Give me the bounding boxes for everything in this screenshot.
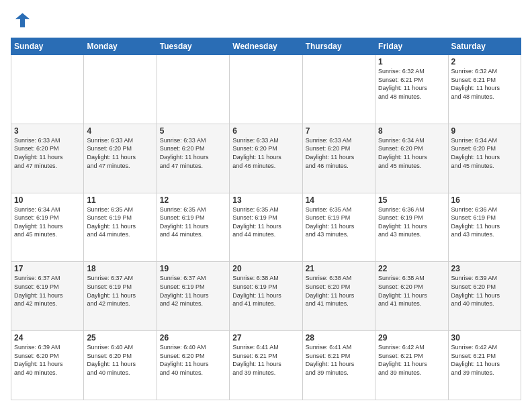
day-number: 29 [378, 333, 445, 342]
day-info: Sunrise: 6:33 AM Sunset: 6:20 PM Dayligh… [232, 136, 299, 170]
calendar-cell: 20Sunrise: 6:38 AM Sunset: 6:19 PM Dayli… [230, 262, 302, 331]
day-info: Sunrise: 6:35 AM Sunset: 6:19 PM Dayligh… [87, 205, 153, 239]
calendar-header-sunday: Sunday [11, 38, 84, 55]
calendar-cell: 30Sunrise: 6:42 AM Sunset: 6:21 PM Dayli… [448, 331, 521, 400]
calendar-week-2: 10Sunrise: 6:34 AM Sunset: 6:19 PM Dayli… [11, 193, 521, 262]
day-info: Sunrise: 6:40 AM Sunset: 6:20 PM Dayligh… [87, 343, 153, 377]
calendar-cell: 28Sunrise: 6:41 AM Sunset: 6:21 PM Dayli… [302, 331, 375, 400]
calendar-cell: 17Sunrise: 6:37 AM Sunset: 6:19 PM Dayli… [11, 262, 84, 331]
day-number: 18 [87, 264, 153, 273]
day-number: 7 [306, 126, 372, 136]
day-number: 13 [232, 195, 299, 205]
day-number: 21 [306, 264, 372, 273]
day-info: Sunrise: 6:32 AM Sunset: 6:21 PM Dayligh… [378, 67, 445, 101]
day-number: 8 [378, 126, 445, 136]
day-info: Sunrise: 6:37 AM Sunset: 6:19 PM Dayligh… [87, 274, 153, 308]
page: SundayMondayTuesdayWednesdayThursdayFrid… [0, 0, 532, 411]
day-number: 9 [451, 126, 518, 136]
day-number: 17 [14, 264, 81, 273]
day-number: 24 [14, 333, 81, 342]
calendar-cell: 13Sunrise: 6:35 AM Sunset: 6:19 PM Dayli… [230, 193, 302, 262]
day-info: Sunrise: 6:33 AM Sunset: 6:20 PM Dayligh… [306, 136, 372, 170]
day-info: Sunrise: 6:34 AM Sunset: 6:19 PM Dayligh… [14, 205, 81, 239]
day-number: 28 [306, 333, 372, 342]
calendar-cell [84, 55, 157, 124]
day-number: 22 [378, 264, 445, 273]
calendar-header-monday: Monday [84, 38, 157, 55]
day-number: 30 [451, 333, 518, 342]
day-info: Sunrise: 6:35 AM Sunset: 6:19 PM Dayligh… [232, 205, 299, 239]
day-number: 11 [87, 195, 153, 205]
day-info: Sunrise: 6:38 AM Sunset: 6:20 PM Dayligh… [306, 274, 372, 308]
day-info: Sunrise: 6:33 AM Sunset: 6:20 PM Dayligh… [160, 136, 226, 170]
svg-marker-0 [15, 13, 30, 28]
calendar-week-3: 17Sunrise: 6:37 AM Sunset: 6:19 PM Dayli… [11, 262, 521, 331]
calendar-cell: 8Sunrise: 6:34 AM Sunset: 6:20 PM Daylig… [375, 124, 448, 193]
calendar-cell: 19Sunrise: 6:37 AM Sunset: 6:19 PM Dayli… [157, 262, 229, 331]
day-info: Sunrise: 6:40 AM Sunset: 6:20 PM Dayligh… [160, 343, 226, 377]
calendar-cell [302, 55, 375, 124]
day-info: Sunrise: 6:39 AM Sunset: 6:20 PM Dayligh… [451, 274, 518, 308]
calendar-cell: 5Sunrise: 6:33 AM Sunset: 6:20 PM Daylig… [157, 124, 229, 193]
calendar-cell: 29Sunrise: 6:42 AM Sunset: 6:21 PM Dayli… [375, 331, 448, 400]
calendar-header-row: SundayMondayTuesdayWednesdayThursdayFrid… [11, 38, 521, 55]
calendar-cell [11, 55, 84, 124]
day-info: Sunrise: 6:33 AM Sunset: 6:20 PM Dayligh… [87, 136, 153, 170]
day-number: 12 [160, 195, 226, 205]
calendar-cell: 10Sunrise: 6:34 AM Sunset: 6:19 PM Dayli… [11, 193, 84, 262]
day-info: Sunrise: 6:34 AM Sunset: 6:20 PM Dayligh… [378, 136, 445, 170]
day-number: 23 [451, 264, 518, 273]
day-number: 20 [232, 264, 299, 273]
day-info: Sunrise: 6:34 AM Sunset: 6:20 PM Dayligh… [451, 136, 518, 170]
day-info: Sunrise: 6:35 AM Sunset: 6:19 PM Dayligh… [160, 205, 226, 239]
day-info: Sunrise: 6:41 AM Sunset: 6:21 PM Dayligh… [232, 343, 299, 377]
calendar-cell: 26Sunrise: 6:40 AM Sunset: 6:20 PM Dayli… [157, 331, 229, 400]
calendar-week-0: 1Sunrise: 6:32 AM Sunset: 6:21 PM Daylig… [11, 55, 521, 124]
calendar-table: SundayMondayTuesdayWednesdayThursdayFrid… [11, 38, 521, 400]
day-number: 26 [160, 333, 226, 342]
calendar-header-friday: Friday [375, 38, 448, 55]
day-info: Sunrise: 6:37 AM Sunset: 6:19 PM Dayligh… [160, 274, 226, 308]
day-number: 27 [232, 333, 299, 342]
day-number: 14 [306, 195, 372, 205]
calendar-week-1: 3Sunrise: 6:33 AM Sunset: 6:20 PM Daylig… [11, 124, 521, 193]
calendar-cell [230, 55, 302, 124]
logo [11, 11, 32, 30]
calendar-cell: 16Sunrise: 6:36 AM Sunset: 6:19 PM Dayli… [448, 193, 521, 262]
day-number: 3 [14, 126, 81, 136]
day-info: Sunrise: 6:36 AM Sunset: 6:19 PM Dayligh… [378, 205, 445, 239]
calendar-cell: 21Sunrise: 6:38 AM Sunset: 6:20 PM Dayli… [302, 262, 375, 331]
calendar-cell [157, 55, 229, 124]
calendar-cell: 22Sunrise: 6:38 AM Sunset: 6:20 PM Dayli… [375, 262, 448, 331]
day-number: 1 [378, 57, 445, 66]
calendar-cell: 25Sunrise: 6:40 AM Sunset: 6:20 PM Dayli… [84, 331, 157, 400]
day-number: 2 [451, 57, 518, 66]
day-number: 5 [160, 126, 226, 136]
calendar-cell: 18Sunrise: 6:37 AM Sunset: 6:19 PM Dayli… [84, 262, 157, 331]
logo-icon [11, 11, 30, 30]
calendar-header-wednesday: Wednesday [230, 38, 302, 55]
day-number: 10 [14, 195, 81, 205]
day-info: Sunrise: 6:37 AM Sunset: 6:19 PM Dayligh… [14, 274, 81, 308]
day-info: Sunrise: 6:33 AM Sunset: 6:20 PM Dayligh… [14, 136, 81, 170]
day-number: 6 [232, 126, 299, 136]
calendar-cell: 4Sunrise: 6:33 AM Sunset: 6:20 PM Daylig… [84, 124, 157, 193]
calendar-cell: 1Sunrise: 6:32 AM Sunset: 6:21 PM Daylig… [375, 55, 448, 124]
calendar-cell: 24Sunrise: 6:39 AM Sunset: 6:20 PM Dayli… [11, 331, 84, 400]
calendar-cell: 7Sunrise: 6:33 AM Sunset: 6:20 PM Daylig… [302, 124, 375, 193]
day-info: Sunrise: 6:36 AM Sunset: 6:19 PM Dayligh… [451, 205, 518, 239]
day-info: Sunrise: 6:38 AM Sunset: 6:20 PM Dayligh… [378, 274, 445, 308]
day-info: Sunrise: 6:32 AM Sunset: 6:21 PM Dayligh… [451, 67, 518, 101]
calendar-cell: 27Sunrise: 6:41 AM Sunset: 6:21 PM Dayli… [230, 331, 302, 400]
calendar-cell: 23Sunrise: 6:39 AM Sunset: 6:20 PM Dayli… [448, 262, 521, 331]
day-number: 16 [451, 195, 518, 205]
calendar-cell: 15Sunrise: 6:36 AM Sunset: 6:19 PM Dayli… [375, 193, 448, 262]
day-number: 15 [378, 195, 445, 205]
day-info: Sunrise: 6:39 AM Sunset: 6:20 PM Dayligh… [14, 343, 81, 377]
day-number: 4 [87, 126, 153, 136]
calendar-header-saturday: Saturday [448, 38, 521, 55]
day-info: Sunrise: 6:42 AM Sunset: 6:21 PM Dayligh… [451, 343, 518, 377]
day-info: Sunrise: 6:42 AM Sunset: 6:21 PM Dayligh… [378, 343, 445, 377]
day-info: Sunrise: 6:35 AM Sunset: 6:19 PM Dayligh… [306, 205, 372, 239]
calendar-cell: 14Sunrise: 6:35 AM Sunset: 6:19 PM Dayli… [302, 193, 375, 262]
